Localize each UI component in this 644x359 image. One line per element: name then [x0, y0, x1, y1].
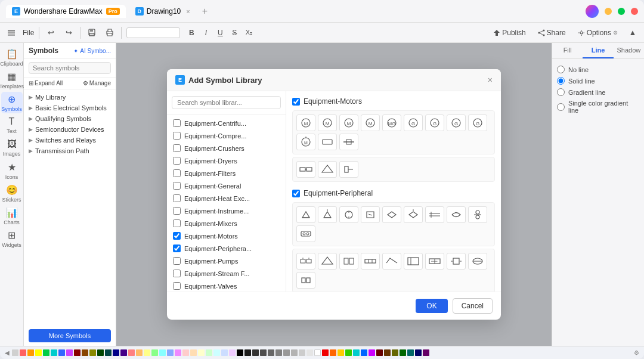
symbol-group-2[interactable]: ▶ Qualifying Symbols [24, 113, 116, 124]
color-swatch[interactable] [105, 349, 112, 356]
modal-list-item-13[interactable]: Equipment-Valves [167, 280, 286, 292]
color-swatch[interactable] [415, 349, 422, 356]
modal-list-checkbox-3[interactable] [173, 157, 181, 165]
color-swatch[interactable] [206, 349, 212, 356]
options-btn[interactable]: Options ⚙ [574, 27, 621, 38]
color-swatch[interactable] [120, 349, 127, 356]
per-sym-1[interactable] [296, 206, 315, 223]
motor-sym-4[interactable]: M [361, 114, 380, 131]
modal-list-checkbox-0[interactable] [173, 119, 181, 127]
per-sym-r2-8[interactable] [447, 253, 466, 270]
color-swatch[interactable] [283, 349, 290, 356]
per-sym-10[interactable] [296, 225, 315, 242]
modal-list-checkbox-8[interactable] [173, 219, 181, 227]
color-swatch[interactable] [198, 349, 205, 356]
color-swatch[interactable] [322, 349, 329, 356]
ok-button[interactable]: OK [416, 299, 447, 313]
collapse-btn[interactable]: ▲ [626, 26, 639, 39]
sidebar-text[interactable]: T Text [1, 114, 23, 136]
per-sym-7[interactable] [425, 206, 444, 223]
color-swatch[interactable] [58, 349, 65, 356]
bold-btn[interactable]: B [185, 26, 198, 39]
motor-sym-r2-1[interactable] [296, 161, 315, 178]
sidebar-widgets[interactable]: ⊞ Widgets [1, 228, 23, 249]
per-sym-4[interactable] [361, 206, 380, 223]
color-swatch[interactable] [275, 349, 282, 356]
symbol-group-5[interactable]: ▶ Transmission Path [24, 146, 116, 156]
tab-drawing10[interactable]: D Drawing10 × [129, 5, 196, 18]
publish-btn[interactable]: Publish [490, 27, 529, 38]
gradient-line-radio[interactable] [557, 88, 565, 96]
motor-sym-10[interactable]: M [296, 134, 315, 150]
modal-list-item-2[interactable]: Equipment-Crushers [167, 142, 286, 154]
color-swatch[interactable] [244, 349, 251, 356]
single-gradient-line-option[interactable]: Single color gradient line [557, 98, 639, 116]
per-sym-r2-3[interactable] [339, 253, 358, 270]
color-swatch[interactable] [407, 349, 414, 356]
color-swatch[interactable] [306, 349, 313, 356]
ai-symbol-btn[interactable]: ✦ AI Symbo... [73, 48, 111, 54]
symbol-group-0[interactable]: ▶ My Library [24, 92, 116, 103]
modal-list-checkbox-5[interactable] [173, 182, 181, 190]
motor-sym-8[interactable]: G [447, 114, 466, 131]
more-symbols-btn[interactable]: More Symbols [29, 329, 111, 342]
per-sym-r2-9[interactable] [468, 253, 487, 270]
color-swatch[interactable] [291, 349, 298, 356]
color-swatch[interactable] [376, 349, 383, 356]
undo-btn[interactable]: ↩ [44, 26, 57, 39]
modal-list-checkbox-11[interactable] [173, 257, 181, 265]
print-btn[interactable] [103, 26, 116, 39]
modal-list-item-3[interactable]: Equipment-Dryers [167, 154, 286, 167]
color-swatch[interactable] [66, 349, 73, 356]
color-swatch[interactable] [35, 349, 42, 356]
solid-line-option[interactable]: Solid line [557, 75, 639, 86]
modal-list-checkbox-1[interactable] [173, 132, 181, 140]
motor-sym-7[interactable]: G [425, 114, 444, 131]
color-swatch[interactable] [268, 349, 274, 356]
color-swatch[interactable] [27, 349, 34, 356]
color-swatch[interactable] [159, 349, 166, 356]
modal-list-item-8[interactable]: Equipment-Mixers [167, 217, 286, 230]
modal-list-item-11[interactable]: Equipment-Pumps [167, 255, 286, 267]
maximize-btn[interactable] [618, 8, 625, 15]
modal-list-item-12[interactable]: Equipment-Stream F... [167, 267, 286, 280]
per-sym-9[interactable] [468, 206, 487, 223]
sidebar-symbols[interactable]: ⊕ Symbols [1, 92, 23, 113]
color-swatch[interactable] [51, 349, 57, 356]
tab-edrawmax[interactable]: E Wondershare EdrawMax Pro [6, 5, 126, 18]
color-swatch[interactable] [252, 349, 259, 356]
symbol-group-4[interactable]: ▶ Switches and Relays [24, 135, 116, 146]
modal-list-item-1[interactable]: Equipment-Compre... [167, 129, 286, 142]
no-line-option[interactable]: No line [557, 64, 639, 75]
sidebar-charts[interactable]: 📊 Charts [1, 205, 23, 227]
color-swatch[interactable] [175, 349, 181, 356]
color-swatch[interactable] [82, 349, 88, 356]
color-swatch[interactable] [314, 349, 321, 356]
per-sym-5[interactable] [382, 206, 401, 223]
modal-list-item-4[interactable]: Equipment-Filters [167, 167, 286, 180]
minimize-btn[interactable] [605, 8, 612, 15]
tab-close-btn[interactable]: × [186, 8, 190, 15]
section-peripheral-checkbox[interactable] [292, 190, 300, 197]
color-swatch[interactable] [144, 349, 150, 356]
cancel-button[interactable]: Cancel [453, 298, 493, 314]
sidebar-images[interactable]: 🖼 Images [1, 137, 23, 159]
color-swatch[interactable] [213, 349, 220, 356]
per-sym-r2-2[interactable] [318, 253, 337, 270]
color-swatch[interactable] [299, 349, 305, 356]
modal-list-checkbox-2[interactable] [173, 144, 181, 152]
close-btn[interactable] [631, 8, 638, 15]
modal-list-item-5[interactable]: Equipment-General [167, 180, 286, 192]
modal-close-btn[interactable]: × [488, 75, 493, 85]
color-swatch[interactable] [392, 349, 398, 356]
color-swatch[interactable] [221, 349, 228, 356]
color-swatch[interactable] [353, 349, 360, 356]
motor-sym-6[interactable]: G [404, 114, 423, 131]
motor-sym-11[interactable] [318, 134, 337, 150]
color-swatch[interactable] [237, 349, 243, 356]
modal-list-checkbox-9[interactable] [173, 232, 181, 240]
color-swatch[interactable] [229, 349, 236, 356]
color-swatch[interactable] [423, 349, 429, 356]
font-selector[interactable]: Roboto Black [126, 27, 180, 38]
modal-list-item-6[interactable]: Equipment-Heat Exc... [167, 192, 286, 205]
